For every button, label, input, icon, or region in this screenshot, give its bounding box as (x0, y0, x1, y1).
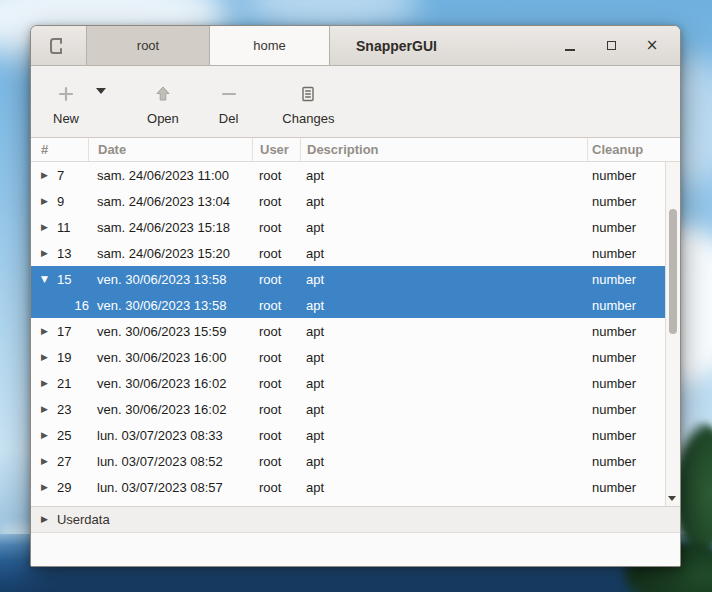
row-expander-icon[interactable]: ▶ (41, 457, 53, 466)
table-row[interactable]: ▶ 17 ven. 30/06/2023 15:59 root apt numb… (31, 318, 665, 344)
snapshot-date: ven. 30/06/2023 16:02 (89, 402, 253, 417)
snapshot-user: root (253, 350, 301, 365)
snapshot-description: apt (301, 376, 588, 391)
minimize-button[interactable] (562, 38, 578, 54)
expander-icon: ▶ (41, 515, 48, 524)
snapshot-date: lun. 03/07/2023 08:52 (89, 454, 253, 469)
table-row[interactable]: ▶ 13 sam. 24/06/2023 15:20 root apt numb… (31, 240, 665, 266)
snapshot-cleanup: number (588, 402, 665, 417)
changes-button[interactable]: Changes (274, 82, 342, 128)
row-expander-icon[interactable]: ▶ (41, 405, 53, 414)
instance-tabs: root home (86, 26, 330, 65)
snapshot-date: lun. 03/07/2023 08:57 (89, 480, 253, 495)
snapshot-description: apt (301, 454, 588, 469)
snapshot-number: 23 (57, 402, 71, 417)
scrollbar[interactable] (665, 162, 680, 506)
maximize-button[interactable] (603, 38, 619, 54)
snapshot-description: apt (301, 350, 588, 365)
snapshot-description: apt (301, 168, 588, 183)
scrollbar-thumb[interactable] (669, 209, 677, 334)
snapshot-user: root (253, 480, 301, 495)
table-row[interactable]: ▼ 15 ven. 30/06/2023 13:58 root apt numb… (31, 266, 665, 292)
toolbar: New Open Del (31, 66, 680, 138)
snapshot-description: apt (301, 298, 588, 313)
open-up-arrow-icon (154, 84, 172, 104)
row-expander-icon[interactable]: ▼ (41, 275, 53, 284)
tab-home[interactable]: home (210, 26, 330, 65)
open-button-label: Open (147, 111, 179, 126)
snapshot-cleanup: number (588, 454, 665, 469)
column-header-description[interactable]: Description (301, 138, 588, 161)
table-row[interactable]: ▶ 27 lun. 03/07/2023 08:52 root apt numb… (31, 448, 665, 474)
row-expander-icon[interactable]: ▶ (41, 223, 53, 232)
table-row[interactable]: ▶ 11 sam. 24/06/2023 15:18 root apt numb… (31, 214, 665, 240)
snapshot-list: ▶ 7 sam. 24/06/2023 11:00 root apt numbe… (31, 162, 680, 506)
minus-icon (220, 84, 238, 104)
table-row[interactable]: ▶ 21 ven. 30/06/2023 16:02 root apt numb… (31, 370, 665, 396)
row-expander-icon[interactable]: ▶ (41, 431, 53, 440)
del-button-label: Del (219, 111, 239, 126)
snapshot-description: apt (301, 272, 588, 287)
snapshot-number: 9 (57, 194, 64, 209)
snapshot-number: 17 (57, 324, 71, 339)
table-row[interactable]: ▶ 19 ven. 30/06/2023 16:00 root apt numb… (31, 344, 665, 370)
table-row[interactable]: ▶ 7 sam. 24/06/2023 11:00 root apt numbe… (31, 162, 665, 188)
column-header-number[interactable]: # (31, 138, 89, 161)
snapshot-number: 15 (57, 272, 71, 287)
minimize-icon (565, 49, 575, 51)
open-button[interactable]: Open (139, 82, 187, 128)
snapshot-date: sam. 24/06/2023 11:00 (89, 168, 253, 183)
table-row[interactable]: 16 ven. 30/06/2023 13:58 root apt number (31, 292, 665, 318)
snapshot-user: root (253, 376, 301, 391)
column-header-user[interactable]: User (253, 138, 301, 161)
snapshot-number: 13 (57, 246, 71, 261)
new-dropdown-button[interactable] (91, 84, 111, 98)
snapshot-number: 21 (57, 376, 71, 391)
close-button[interactable]: × (644, 38, 660, 54)
table-row[interactable]: ▶ 9 sam. 24/06/2023 13:04 root apt numbe… (31, 188, 665, 214)
snapshot-cleanup: number (588, 428, 665, 443)
userdata-panel (31, 533, 680, 566)
window-controls: × (562, 26, 680, 65)
titlebar[interactable]: root home SnapperGUI × (31, 26, 680, 66)
snapshot-date: lun. 03/07/2023 08:33 (89, 428, 253, 443)
snapshot-date: ven. 30/06/2023 15:59 (89, 324, 253, 339)
userdata-label: Userdata (57, 512, 110, 527)
maximize-icon (607, 41, 616, 50)
row-expander-icon[interactable]: ▶ (41, 379, 53, 388)
del-button[interactable]: Del (211, 82, 247, 128)
scroll-down-button[interactable] (667, 494, 677, 502)
row-expander-icon[interactable]: ▶ (41, 327, 53, 336)
snapshot-user: root (253, 220, 301, 235)
snapshot-cleanup: number (588, 272, 665, 287)
userdata-expander[interactable]: ▶ Userdata (31, 506, 680, 533)
column-header-date[interactable]: Date (89, 138, 253, 161)
snappergui-window: root home SnapperGUI × New (30, 25, 681, 567)
table-row[interactable]: ▶ 25 lun. 03/07/2023 08:33 root apt numb… (31, 422, 665, 448)
snapshot-cleanup: number (588, 220, 665, 235)
snapshot-number: 25 (57, 428, 71, 443)
snapshot-date: sam. 24/06/2023 13:04 (89, 194, 253, 209)
table-row[interactable]: ▶ 29 lun. 03/07/2023 08:57 root apt numb… (31, 474, 665, 500)
snapshot-user: root (253, 272, 301, 287)
snapshot-date: ven. 30/06/2023 16:00 (89, 350, 253, 365)
snapshot-user: root (253, 194, 301, 209)
column-header-cleanup[interactable]: Cleanup (588, 138, 680, 161)
row-expander-icon[interactable]: ▶ (41, 483, 53, 492)
table-row[interactable]: ▶ 23 ven. 30/06/2023 16:02 root apt numb… (31, 396, 665, 422)
snapshot-cleanup: number (588, 168, 665, 183)
snapshot-number: 11 (57, 220, 71, 235)
snapshot-number: 27 (57, 454, 71, 469)
new-button[interactable]: New (45, 82, 87, 128)
table-header: # Date User Description Cleanup (31, 138, 680, 162)
scroll-down-icon (668, 496, 676, 501)
row-expander-icon[interactable]: ▶ (41, 353, 53, 362)
row-expander-icon[interactable]: ▶ (41, 249, 53, 258)
changes-button-label: Changes (282, 111, 334, 126)
tab-root[interactable]: root (86, 26, 210, 65)
snapshot-number: 16 (75, 298, 89, 313)
snapshot-description: apt (301, 246, 588, 261)
row-expander-icon[interactable]: ▶ (41, 171, 53, 180)
snapshot-description: apt (301, 220, 588, 235)
row-expander-icon[interactable]: ▶ (41, 197, 53, 206)
